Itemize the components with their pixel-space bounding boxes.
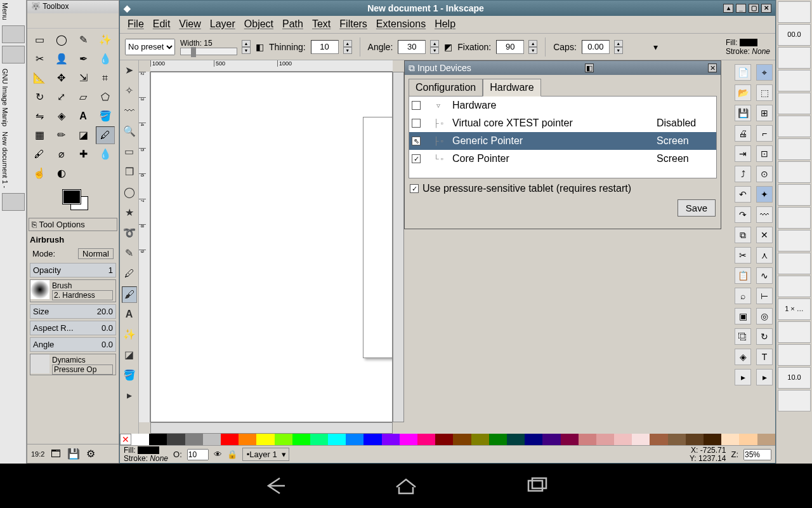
palette-swatch[interactable] <box>757 434 775 445</box>
tweak-tool[interactable]: 〰 <box>122 104 137 120</box>
snap-edge-icon[interactable]: ⊞ <box>756 105 773 121</box>
palette-swatch[interactable] <box>275 434 292 445</box>
palette-swatch[interactable] <box>650 434 667 445</box>
palette-swatch[interactable] <box>149 434 167 445</box>
opacity-row[interactable]: Opacity <box>30 263 116 277</box>
palette-swatch[interactable] <box>382 434 400 445</box>
flip-tool[interactable]: ⇋ <box>30 107 49 125</box>
bucket-tool[interactable]: 🪣 <box>122 368 137 384</box>
recent-apps-button[interactable] <box>522 474 551 497</box>
spin-down-icon[interactable]: ▼ <box>528 47 537 54</box>
status-fill-stroke[interactable]: Fill: Stroke: None <box>124 446 168 463</box>
menu-text[interactable]: Text <box>312 18 331 30</box>
spin-up-icon[interactable]: ▲ <box>430 40 439 47</box>
palette-swatch[interactable] <box>185 434 203 445</box>
dock-cell[interactable] <box>778 276 811 297</box>
palette-swatch[interactable] <box>328 434 346 445</box>
palette-swatch[interactable] <box>363 434 381 445</box>
palette-swatch[interactable] <box>686 434 704 445</box>
palette-swatch[interactable] <box>525 434 542 445</box>
gimp-tray-icon[interactable]: 🗔 <box>51 448 61 460</box>
palette-swatch[interactable] <box>596 434 614 445</box>
rotate-tool[interactable]: ↻ <box>30 88 49 106</box>
menu-extensions[interactable]: Extensions <box>376 18 426 30</box>
import-icon[interactable]: ⇥ <box>735 145 751 162</box>
measure-tool[interactable]: 📐 <box>30 69 49 87</box>
checkbox[interactable] <box>412 119 421 128</box>
lasso-tool[interactable]: ✎ <box>74 31 93 49</box>
dock-cell[interactable] <box>778 70 811 91</box>
pressure-checkbox-row[interactable]: ✓ Use pressure-sensitive tablet (require… <box>405 179 721 198</box>
palette-swatch[interactable] <box>131 434 149 445</box>
palette-swatch[interactable] <box>203 434 221 445</box>
undo-icon[interactable]: ↶ <box>735 186 751 203</box>
thinning-input[interactable] <box>311 40 339 54</box>
spiral-tool[interactable]: ➰ <box>122 225 137 242</box>
palette-swatch[interactable] <box>310 434 328 445</box>
print-icon[interactable]: 🖨 <box>735 125 751 142</box>
side-thumb[interactable] <box>2 193 25 211</box>
palette-swatch[interactable] <box>471 434 489 445</box>
move-tool[interactable]: ✥ <box>52 69 71 87</box>
menu-edit[interactable]: Edit <box>153 18 171 30</box>
paste-icon[interactable]: 📋 <box>735 267 751 284</box>
lock-icon[interactable]: 🔒 <box>227 450 237 459</box>
palette-swatch[interactable] <box>239 434 256 445</box>
size-row[interactable]: Size <box>30 304 116 319</box>
fixation-input[interactable] <box>496 40 524 54</box>
palette-swatch[interactable] <box>668 434 686 445</box>
dock-cell[interactable]: 00.0 <box>778 24 811 46</box>
dynamics-selector[interactable]: Dynamics Pressure Op <box>30 354 116 375</box>
caps-input[interactable] <box>582 40 610 54</box>
snap-corner-icon[interactable]: ⌐ <box>756 125 773 142</box>
brush-selector[interactable]: Brush 2. Hardness <box>30 279 116 302</box>
snap-bbox-icon[interactable]: ⬚ <box>756 84 773 101</box>
palette-swatch[interactable] <box>507 434 525 445</box>
menu-help[interactable]: Help <box>435 18 455 30</box>
palette-swatch[interactable] <box>721 434 739 445</box>
palette-swatch[interactable] <box>704 434 721 445</box>
bucket-tool[interactable]: 🪣 <box>96 107 115 125</box>
checkbox[interactable] <box>412 101 421 110</box>
gimp-toolbox-title[interactable]: Toolbox <box>27 1 119 13</box>
dock-cell[interactable] <box>778 344 811 366</box>
scrollbar-vertical[interactable] <box>393 72 404 422</box>
back-button[interactable] <box>261 474 290 497</box>
dock-cell[interactable] <box>778 184 811 206</box>
foreground-select-tool[interactable]: 👤 <box>52 50 71 68</box>
palette-swatch[interactable] <box>292 434 310 445</box>
tab-configuration[interactable]: Configuration <box>409 79 483 97</box>
spin-down-icon[interactable]: ▼ <box>343 47 352 54</box>
tilt-toggle-icon[interactable]: ◩ <box>444 42 452 52</box>
menu-file[interactable]: File <box>128 18 144 30</box>
align-tool[interactable]: ⇲ <box>74 69 93 87</box>
dock-cell[interactable] <box>778 230 811 251</box>
layer-selector[interactable]: •Layer 1 ▾ <box>242 448 289 461</box>
menu-layer[interactable]: Layer <box>210 18 235 30</box>
fg-color-swatch[interactable] <box>63 190 81 204</box>
redo-icon[interactable]: ↷ <box>735 206 751 223</box>
smudge-tool[interactable]: ☝ <box>30 164 49 182</box>
palette-swatch[interactable] <box>489 434 507 445</box>
snap-object-icon[interactable]: ◎ <box>756 308 773 324</box>
tool-options-header[interactable]: Tool Options <box>29 218 117 231</box>
expand-icon[interactable]: ▿ <box>424 101 452 110</box>
save-icon[interactable]: 💾 <box>735 105 751 121</box>
snap-mid-icon[interactable]: ⊡ <box>756 145 773 162</box>
scroll-down-icon[interactable]: ▸ <box>122 388 137 404</box>
palette-swatch[interactable] <box>221 434 239 445</box>
scroll-icon[interactable]: ▸ <box>735 369 751 385</box>
new-doc-icon[interactable]: 📄 <box>735 64 751 81</box>
device-row[interactable]: ├ ▫ Virtual core XTEST pointer Disabled <box>409 114 716 132</box>
snap-node-icon[interactable]: ✦ <box>756 186 773 203</box>
rect-select-tool[interactable]: ▭ <box>30 31 49 49</box>
blend-tool[interactable]: ▦ <box>30 126 49 144</box>
pen-tool[interactable]: 🖊 <box>122 266 137 283</box>
snap-toggle-icon[interactable]: ⌖ <box>756 64 773 81</box>
dialog-close-icon[interactable]: ✕ <box>708 64 717 72</box>
snap-center-icon[interactable]: ⊙ <box>756 166 773 182</box>
palette-swatch[interactable] <box>167 434 185 445</box>
palette-swatch[interactable] <box>614 434 632 445</box>
shear-tool[interactable]: ▱ <box>74 88 93 106</box>
width-slider[interactable] <box>180 48 237 55</box>
